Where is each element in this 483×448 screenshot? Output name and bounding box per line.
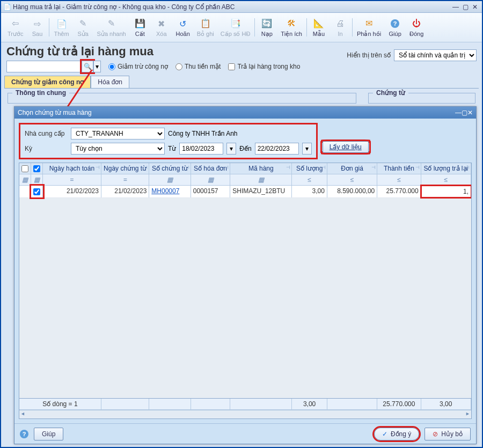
- dialog-minimize[interactable]: —: [455, 109, 462, 116]
- check-icon: ✓: [382, 430, 387, 438]
- search-button[interactable]: 🔍: [82, 61, 93, 72]
- col-postdate[interactable]: Ngày hạch toán⊣: [43, 163, 101, 174]
- close-icon: ⏻: [411, 18, 422, 30]
- app-icon: 📄: [3, 3, 11, 11]
- undo-icon: ↺: [177, 18, 189, 30]
- print-button[interactable]: 🖨In: [330, 18, 351, 37]
- cell-postdate: 21/02/2023: [43, 186, 101, 197]
- row-checkbox[interactable]: [31, 186, 43, 197]
- filter-item[interactable]: ▦: [230, 174, 292, 185]
- new-doc-icon: 📄: [56, 18, 68, 30]
- select-purchase-voucher-dialog: Chọn chứng từ mua hàng — ▢ ✕ Nhà cung cấ…: [14, 106, 477, 444]
- col-check-header[interactable]: [31, 163, 43, 174]
- from-date-picker[interactable]: ▾: [226, 143, 236, 155]
- fetch-button[interactable]: Lấy dữ liệu: [323, 141, 369, 153]
- cell-docno[interactable]: MH00007: [149, 186, 191, 197]
- supplier-select[interactable]: CTY_TRANANH: [71, 128, 165, 139]
- filter-invno[interactable]: ▦: [191, 174, 230, 185]
- edit-icon: ✎: [77, 18, 89, 30]
- col-retqty[interactable]: Số lượng trả lại⊣: [421, 163, 471, 174]
- col-item[interactable]: Mã hàng⊣: [230, 163, 292, 174]
- close-button-toolbar[interactable]: ⏻Đóng: [406, 18, 427, 37]
- purchase-grid: Ngày hạch toán⊣ Ngày chứng từ⊣ Số chứng …: [19, 163, 472, 419]
- opt-thutienmat[interactable]: Thu tiền mặt: [175, 63, 221, 70]
- filter-retqty[interactable]: ≤: [421, 174, 471, 185]
- col-docdate[interactable]: Ngày chứng từ⊣: [101, 163, 149, 174]
- col-docno[interactable]: Số chứng từ⊣: [149, 163, 191, 174]
- row-count-label: Số dòng = 1: [19, 399, 101, 409]
- to-date-picker[interactable]: ▾: [302, 143, 312, 155]
- cell-qty: 3,00: [292, 186, 327, 197]
- col-invno[interactable]: Số hóa đơn⊣: [191, 163, 230, 174]
- filter-price[interactable]: ≤: [327, 174, 377, 185]
- opt-tralaihang[interactable]: Trả lại hàng trong kho: [228, 63, 300, 70]
- period-select[interactable]: Tùy chọn: [71, 143, 165, 155]
- cell-return-qty-input[interactable]: 1,: [421, 186, 471, 197]
- defer-button[interactable]: ↺Hoãn: [172, 18, 194, 37]
- unpost-button[interactable]: 📋Bỏ ghi: [194, 18, 217, 38]
- filter-qty[interactable]: ≤: [292, 174, 327, 185]
- search-dropdown[interactable]: ▾: [93, 61, 101, 72]
- cell-item: SHIMAZU_12BTU: [230, 186, 292, 197]
- opt-giamtru[interactable]: Giảm trừ công nợ: [108, 63, 168, 70]
- filter-amount[interactable]: ≤: [377, 174, 421, 185]
- ok-button[interactable]: ✓Đồng ý: [374, 428, 419, 440]
- to-date-input[interactable]: [255, 143, 299, 155]
- edit-button[interactable]: ✎Sửa: [72, 18, 94, 38]
- main-toolbar: ⇦Trước ⇨Sau 📄Thêm ✎Sửa ✎Sửa nhanh 💾Cất ✖…: [1, 13, 482, 42]
- col-price[interactable]: Đơn giá⊣: [327, 163, 377, 174]
- cancel-button[interactable]: ⊘Hủy bỏ: [425, 428, 471, 440]
- from-date-input[interactable]: [179, 143, 223, 155]
- cell-amount: 25.770.000: [377, 186, 421, 197]
- group-info-legend: Thông tin chung: [12, 89, 69, 97]
- minimize-button[interactable]: —: [451, 3, 460, 11]
- sum-amount: 25.770.000: [377, 399, 421, 409]
- table-row[interactable]: 21/02/2023 21/02/2023 MH00007 0000157 SH…: [19, 186, 471, 198]
- window-title: Hàng mua trả lại - Giảm trừ công nợ - Kh…: [13, 3, 451, 11]
- cancel-icon: ⊘: [433, 430, 438, 438]
- template-button[interactable]: 📐Mẫu: [308, 18, 330, 38]
- horizontal-scrollbar[interactable]: [19, 410, 471, 418]
- dialog-maximize[interactable]: ▢: [462, 109, 467, 116]
- delete-button[interactable]: ✖Xóa: [151, 18, 172, 37]
- trash-icon: ✖: [156, 18, 167, 30]
- filter-icon[interactable]: ▦: [34, 176, 40, 183]
- help-button-toolbar[interactable]: ?Giúp: [384, 18, 406, 37]
- save-button[interactable]: 💾Cất: [129, 18, 151, 38]
- nav-next-button[interactable]: ⇨Sau: [26, 18, 48, 37]
- add-button[interactable]: 📄Thêm: [50, 18, 72, 37]
- dialog-help-button[interactable]: Giúp: [34, 428, 63, 440]
- quick-edit-button[interactable]: ✎Sửa nhanh: [94, 18, 129, 38]
- display-on-select[interactable]: Sổ tài chính và quản trị: [394, 49, 477, 61]
- supplier-label: Nhà cung cấp: [25, 130, 68, 137]
- feedback-button[interactable]: ✉Phản hồi: [354, 18, 384, 38]
- unpost-icon: 📋: [200, 18, 211, 30]
- nav-prev-button[interactable]: ⇦Trước: [4, 18, 26, 38]
- col-amount[interactable]: Thành tiền⊣: [377, 163, 421, 174]
- filter-postdate[interactable]: =: [43, 174, 101, 185]
- filter-icon[interactable]: ▦: [22, 176, 28, 183]
- close-window-button[interactable]: ✕: [470, 3, 480, 11]
- quick-edit-icon: ✎: [106, 18, 118, 30]
- utilities-button[interactable]: 🛠Tiện ích: [277, 18, 305, 38]
- tab-hoadon[interactable]: Hóa đơn: [91, 76, 129, 88]
- col-select-all[interactable]: [19, 163, 31, 174]
- printer-icon: 🖨: [334, 18, 346, 30]
- filter-docdate[interactable]: =: [101, 174, 149, 185]
- tab-chungtu[interactable]: Chứng từ giảm công nợ: [4, 76, 91, 88]
- load-button[interactable]: 🔄Nạp: [256, 18, 277, 38]
- filter-docno[interactable]: ▦: [149, 174, 191, 185]
- dialog-close[interactable]: ✕: [467, 109, 473, 116]
- sum-retqty: 3,00: [421, 399, 471, 409]
- display-on-label: Hiển thị trên số: [347, 52, 391, 59]
- cell-price: 8.590.000,00: [327, 186, 377, 197]
- search-input[interactable]: [6, 61, 82, 72]
- arrow-right-icon: ⇨: [31, 18, 43, 30]
- col-qty[interactable]: Số lượng⊣: [292, 163, 327, 174]
- assign-no-button[interactable]: 📑Cấp số HĐ: [217, 18, 254, 38]
- tools-icon: 🛠: [286, 18, 297, 30]
- to-label: Đến: [239, 145, 251, 152]
- refresh-icon: 🔄: [261, 18, 273, 30]
- maximize-button[interactable]: ▢: [460, 3, 470, 11]
- invoice-no-icon: 📑: [230, 18, 241, 30]
